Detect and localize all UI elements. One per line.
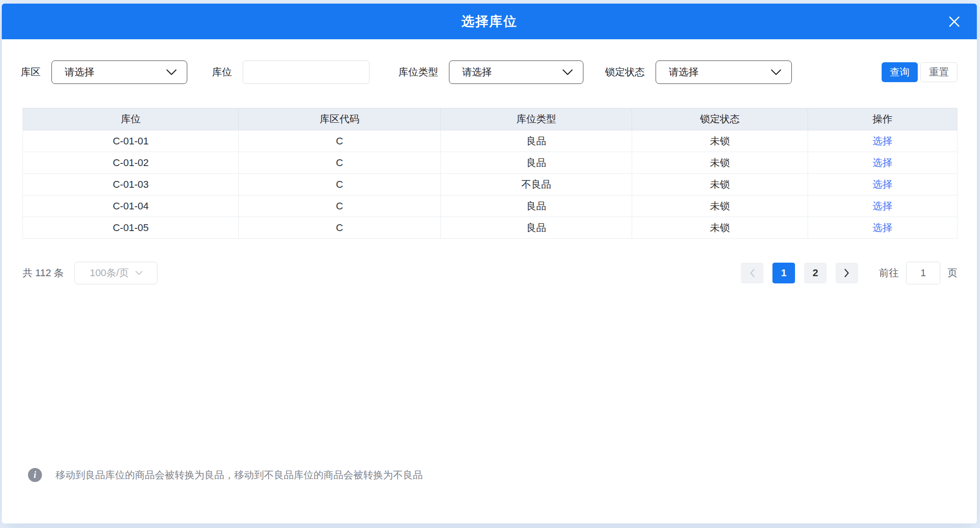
select-row-link[interactable]: 选择 — [873, 179, 892, 190]
close-icon — [948, 15, 961, 28]
cell-lock-status: 未锁 — [632, 130, 808, 152]
chevron-down-icon — [135, 271, 143, 275]
cell-location: C-01-04 — [23, 195, 239, 217]
column-header-area-code: 库区代码 — [239, 108, 440, 130]
footer-note-text: 移动到良品库位的商品会被转换为良品，移动到不良品库位的商品会被转换为不良品 — [55, 468, 423, 482]
goto-page-input[interactable] — [906, 262, 940, 284]
select-row-link[interactable]: 选择 — [873, 222, 892, 233]
area-select-value: 请选择 — [65, 65, 94, 79]
page-size-select[interactable]: 100条/页 — [74, 262, 157, 284]
location-type-select[interactable]: 请选择 — [449, 60, 583, 84]
chevron-down-icon — [562, 69, 573, 76]
column-header-lock-status: 锁定状态 — [632, 108, 808, 130]
next-page-button[interactable] — [836, 263, 858, 283]
cell-lock-status: 未锁 — [632, 152, 808, 174]
cell-lock-status: 未锁 — [632, 195, 808, 217]
goto-label: 前往 — [879, 266, 899, 280]
location-input[interactable] — [243, 60, 370, 84]
cell-location: C-01-03 — [23, 174, 239, 195]
footer-note: i 移动到良品库位的商品会被转换为良品，移动到不良品库位的商品会被转换为不良品 — [28, 468, 423, 482]
pagination-bar: 共 112 条 100条/页 1 2 前往 页 — [23, 262, 957, 284]
page-button-2[interactable]: 2 — [804, 263, 827, 283]
column-header-location-type: 库位类型 — [440, 108, 632, 130]
cell-lock-status: 未锁 — [632, 217, 808, 239]
search-button[interactable]: 查询 — [882, 62, 918, 82]
chevron-down-icon — [166, 69, 177, 76]
total-count: 共 112 条 — [23, 266, 64, 280]
dialog-title: 选择库位 — [462, 13, 518, 31]
chevron-left-icon — [749, 268, 755, 278]
cell-area-code: C — [239, 152, 440, 174]
location-filter-label: 库位 — [212, 65, 232, 79]
pager: 1 2 前往 页 — [741, 262, 957, 284]
cell-lock-status: 未锁 — [632, 174, 808, 195]
chevron-down-icon — [771, 69, 781, 76]
area-filter-label: 库区 — [21, 65, 41, 79]
cell-area-code: C — [239, 174, 440, 195]
filter-bar: 库区 请选择 库位 库位类型 请选择 锁定状态 请选择 查询 重置 — [21, 60, 957, 84]
table-row: C-01-04 C 良品 未锁 选择 — [23, 195, 957, 217]
select-location-dialog: 选择库位 库区 请选择 库位 库位类型 请选择 锁定状态 请选择 — [2, 4, 977, 523]
location-table: 库位 库区代码 库位类型 锁定状态 操作 C-01-01 C 良品 未锁 选择 … — [23, 108, 957, 239]
cell-area-code: C — [239, 130, 440, 152]
table-row: C-01-05 C 良品 未锁 选择 — [23, 217, 957, 239]
page-unit-label: 页 — [948, 266, 957, 280]
select-row-link[interactable]: 选择 — [873, 200, 892, 212]
table-row: C-01-03 C 不良品 未锁 选择 — [23, 174, 957, 195]
cell-location: C-01-02 — [23, 152, 239, 174]
area-select[interactable]: 请选择 — [51, 60, 187, 84]
cell-location-type: 不良品 — [440, 174, 632, 195]
dialog-header: 选择库位 — [2, 4, 977, 39]
prev-page-button[interactable] — [741, 263, 763, 283]
location-type-filter-label: 库位类型 — [398, 65, 438, 79]
page-button-1[interactable]: 1 — [772, 263, 795, 283]
cell-location: C-01-01 — [23, 130, 239, 152]
cell-location-type: 良品 — [440, 130, 632, 152]
location-type-select-value: 请选择 — [462, 65, 492, 79]
filter-buttons: 查询 重置 — [882, 62, 957, 82]
lock-status-select[interactable]: 请选择 — [656, 60, 792, 84]
cell-area-code: C — [239, 217, 440, 239]
chevron-right-icon — [844, 268, 850, 278]
cell-area-code: C — [239, 195, 440, 217]
select-row-link[interactable]: 选择 — [873, 135, 892, 147]
info-icon: i — [28, 468, 42, 482]
close-button[interactable] — [943, 11, 965, 32]
cell-location-type: 良品 — [440, 152, 632, 174]
select-row-link[interactable]: 选择 — [873, 157, 892, 168]
cell-location-type: 良品 — [440, 217, 632, 239]
page-size-value: 100条/页 — [90, 266, 129, 280]
lock-status-select-value: 请选择 — [669, 65, 698, 79]
reset-button[interactable]: 重置 — [920, 62, 957, 82]
table-row: C-01-02 C 良品 未锁 选择 — [23, 152, 957, 174]
cell-location-type: 良品 — [440, 195, 632, 217]
column-header-action: 操作 — [808, 108, 957, 130]
cell-location: C-01-05 — [23, 217, 239, 239]
table-row: C-01-01 C 良品 未锁 选择 — [23, 130, 957, 152]
table-header-row: 库位 库区代码 库位类型 锁定状态 操作 — [23, 108, 957, 130]
column-header-location: 库位 — [23, 108, 239, 130]
lock-status-filter-label: 锁定状态 — [605, 65, 645, 79]
